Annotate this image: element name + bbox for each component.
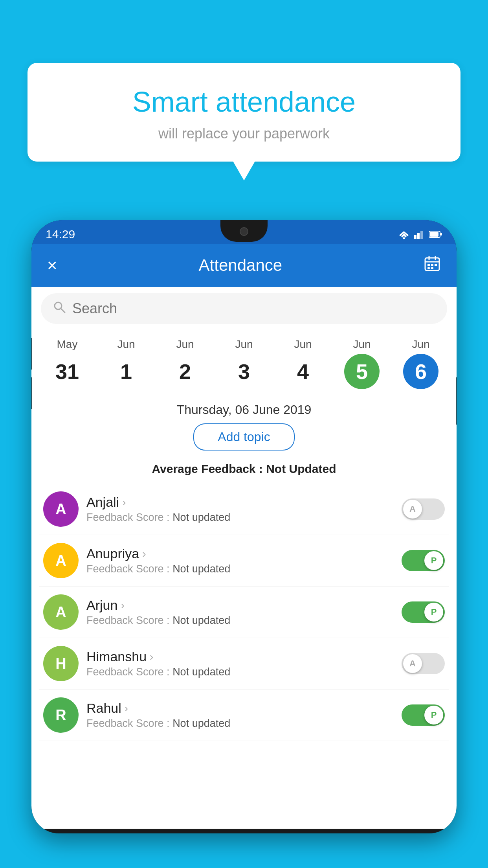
attendance-toggle[interactable]: A xyxy=(402,498,445,520)
signal-icon xyxy=(414,230,425,239)
attendance-toggle-wrap: P xyxy=(402,601,445,623)
cal-month-label: Jun xyxy=(294,338,312,351)
cal-month-label: Jun xyxy=(176,338,194,351)
phone-body: 14:29 xyxy=(31,220,457,833)
svg-line-19 xyxy=(61,309,65,313)
student-item[interactable]: AArjun ›Feedback Score : Not updatedP xyxy=(39,587,449,638)
attendance-toggle-wrap: P xyxy=(402,704,445,726)
cal-month-label: Jun xyxy=(412,338,429,351)
app-bar: × Attendance xyxy=(31,244,457,287)
student-info: Himanshu ›Feedback Score : Not updated xyxy=(86,649,394,678)
chevron-icon: › xyxy=(121,599,124,612)
student-name: Arjun › xyxy=(86,598,394,613)
student-info: Arjun ›Feedback Score : Not updated xyxy=(86,598,394,627)
avg-feedback: Average Feedback : Not Updated xyxy=(31,458,457,484)
power-button xyxy=(456,377,457,425)
bubble-title: Smart attendance xyxy=(43,86,445,118)
svg-rect-8 xyxy=(440,233,442,235)
student-avatar: H xyxy=(43,646,79,681)
speech-bubble-container: Smart attendance will replace your paper… xyxy=(28,63,460,162)
attendance-toggle-wrap: A xyxy=(402,653,445,674)
battery-icon xyxy=(429,230,442,238)
attendance-toggle[interactable]: A xyxy=(402,653,445,674)
cal-date-number: 1 xyxy=(108,354,144,389)
cal-date-number: 2 xyxy=(167,354,203,389)
student-feedback: Feedback Score : Not updated xyxy=(86,717,394,730)
volume-up-button xyxy=(31,338,32,370)
student-list: AAnjali ›Feedback Score : Not updatedAAA… xyxy=(31,484,457,741)
add-topic-button[interactable]: Add topic xyxy=(193,423,294,451)
svg-point-2 xyxy=(403,237,405,239)
calendar-day[interactable]: Jun4 xyxy=(285,338,321,389)
student-item[interactable]: AAnjali ›Feedback Score : Not updatedA xyxy=(39,484,449,535)
student-avatar: A xyxy=(43,543,79,578)
attendance-toggle[interactable]: P xyxy=(402,704,445,726)
chevron-icon: › xyxy=(122,496,126,509)
attendance-toggle-wrap: P xyxy=(402,550,445,571)
calendar-day[interactable]: Jun6 xyxy=(403,338,438,389)
cal-month-label: May xyxy=(57,338,78,351)
student-info: Rahul ›Feedback Score : Not updated xyxy=(86,701,394,730)
svg-rect-3 xyxy=(414,235,416,239)
chevron-icon: › xyxy=(125,702,128,715)
front-camera xyxy=(240,227,248,236)
toggle-knob: A xyxy=(403,500,422,519)
svg-rect-5 xyxy=(420,231,423,239)
calendar-day[interactable]: Jun1 xyxy=(108,338,144,389)
student-avatar: A xyxy=(43,491,79,527)
student-name: Anjali › xyxy=(86,495,394,510)
student-feedback: Feedback Score : Not updated xyxy=(86,666,394,678)
search-bar[interactable] xyxy=(41,293,447,324)
phone-mockup: 14:29 xyxy=(31,220,457,868)
screen-content: May31Jun1Jun2Jun3Jun4Jun5Jun6 Thursday, … xyxy=(31,287,457,829)
cal-date-number: 3 xyxy=(226,354,262,389)
student-avatar: R xyxy=(43,697,79,733)
attendance-toggle[interactable]: P xyxy=(402,550,445,571)
svg-rect-17 xyxy=(431,267,433,269)
cal-month-label: Jun xyxy=(117,338,135,351)
svg-rect-15 xyxy=(435,264,437,266)
svg-rect-7 xyxy=(430,232,438,237)
search-input[interactable] xyxy=(72,300,435,317)
cal-month-label: Jun xyxy=(235,338,253,351)
app-title: Attendance xyxy=(199,256,283,275)
svg-rect-13 xyxy=(427,264,430,266)
svg-rect-16 xyxy=(427,267,430,269)
volume-down-button xyxy=(31,377,32,409)
calendar-day[interactable]: May31 xyxy=(50,338,85,389)
chevron-icon: › xyxy=(150,651,153,663)
calendar-button[interactable] xyxy=(420,251,445,280)
student-feedback: Feedback Score : Not updated xyxy=(86,563,394,575)
student-feedback: Feedback Score : Not updated xyxy=(86,511,394,524)
phone-notch xyxy=(220,220,268,242)
attendance-toggle[interactable]: P xyxy=(402,601,445,623)
wifi-icon xyxy=(398,230,410,239)
speech-bubble: Smart attendance will replace your paper… xyxy=(28,63,460,162)
student-name: Himanshu › xyxy=(86,649,394,664)
status-icons xyxy=(398,230,442,239)
close-button[interactable]: × xyxy=(43,252,61,279)
calendar-day[interactable]: Jun3 xyxy=(226,338,262,389)
student-avatar: A xyxy=(43,594,79,630)
student-name: Anupriya › xyxy=(86,546,394,561)
bubble-subtitle: will replace your paperwork xyxy=(43,125,445,142)
student-name: Rahul › xyxy=(86,701,394,716)
svg-rect-4 xyxy=(417,233,420,239)
svg-rect-14 xyxy=(431,264,433,266)
student-feedback: Feedback Score : Not updated xyxy=(86,614,394,627)
chevron-icon: › xyxy=(142,548,146,560)
student-item[interactable]: RRahul ›Feedback Score : Not updatedP xyxy=(39,690,449,741)
student-info: Anupriya ›Feedback Score : Not updated xyxy=(86,546,394,575)
attendance-toggle-wrap: A xyxy=(402,498,445,520)
student-item[interactable]: AAnupriya ›Feedback Score : Not updatedP xyxy=(39,535,449,587)
status-time: 14:29 xyxy=(46,228,75,241)
cal-month-label: Jun xyxy=(353,338,371,351)
calendar-day[interactable]: Jun2 xyxy=(167,338,203,389)
search-icon xyxy=(53,300,66,317)
calendar-day[interactable]: Jun5 xyxy=(344,338,380,389)
calendar-strip: May31Jun1Jun2Jun3Jun4Jun5Jun6 xyxy=(31,330,457,393)
cal-date-number: 6 xyxy=(403,354,438,389)
student-item[interactable]: HHimanshu ›Feedback Score : Not updatedA xyxy=(39,638,449,690)
student-info: Anjali ›Feedback Score : Not updated xyxy=(86,495,394,524)
selected-date: Thursday, 06 June 2019 xyxy=(31,393,457,423)
